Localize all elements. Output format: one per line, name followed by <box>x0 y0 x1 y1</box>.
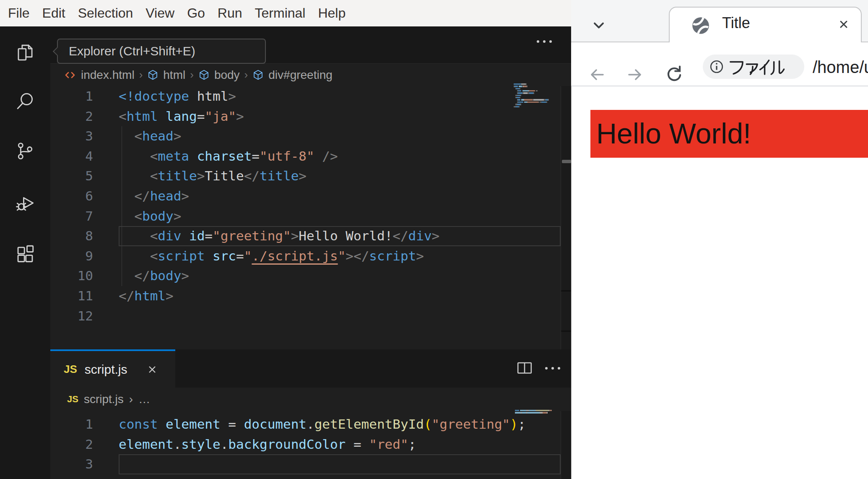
code-line[interactable]: 7 <body> <box>50 206 558 226</box>
globe-favicon <box>690 15 711 38</box>
symbol-cube-icon <box>198 69 210 81</box>
symbol-cube-icon <box>147 69 159 81</box>
html-code[interactable]: 1<!doctype html>2<html lang="ja">3 <head… <box>50 86 558 326</box>
divider <box>561 290 571 292</box>
tab-search-chevron-icon[interactable] <box>590 17 607 34</box>
symbol-cube-icon <box>252 69 264 81</box>
extensions-icon[interactable] <box>15 243 36 264</box>
editor-actions-icon[interactable] <box>537 40 552 43</box>
search-icon[interactable] <box>15 90 36 111</box>
minimap[interactable] <box>515 410 552 422</box>
editor-scrollbar-strip <box>561 86 571 479</box>
page-greeting-div: Hello World! <box>590 110 868 158</box>
browser-tab-title: Title <box>722 14 750 32</box>
menu-item-view[interactable]: View <box>146 5 174 21</box>
js-file-icon: JS <box>67 394 78 405</box>
menu-item-terminal[interactable]: Terminal <box>255 5 306 21</box>
close-icon[interactable] <box>146 363 159 376</box>
code-line[interactable]: 3 <box>50 454 558 474</box>
menu-bar: FileEditSelectionViewGoRunTerminalHelp <box>0 0 571 26</box>
code-line[interactable]: 6 </head> <box>50 186 558 206</box>
code-line[interactable]: 8 <div id="greeting">Hello World!</div> <box>50 226 558 246</box>
menu-item-help[interactable]: Help <box>318 5 346 21</box>
split-editor-icon[interactable] <box>515 359 534 378</box>
code-line[interactable]: 2<html lang="ja"> <box>50 107 558 127</box>
panel-breadcrumb-more[interactable]: … <box>138 393 150 406</box>
breadcrumb-seg-html[interactable]: html <box>163 68 185 82</box>
tab-label: script.js <box>85 362 127 377</box>
run-and-debug-icon[interactable] <box>15 192 36 213</box>
explorer-icon[interactable] <box>15 42 36 63</box>
url-text[interactable]: /home/u <box>813 58 868 77</box>
js-code[interactable]: 1const element = document.getElementById… <box>50 414 558 474</box>
panel-breadcrumb-file[interactable]: script.js <box>84 393 124 406</box>
scrollbar-thumb[interactable] <box>562 160 571 163</box>
menu-item-file[interactable]: File <box>8 5 30 21</box>
code-line[interactable]: 12 <box>50 306 558 326</box>
code-line[interactable]: 4 <meta charset="utf-8" /> <box>50 146 558 167</box>
back-icon[interactable] <box>588 65 606 86</box>
html-file-icon <box>64 69 76 81</box>
code-line[interactable]: 3 <head> <box>50 126 558 146</box>
source-control-icon[interactable] <box>15 141 36 161</box>
screen: FileEditSelectionViewGoRunTerminalHelp i… <box>0 0 868 479</box>
minimap[interactable] <box>514 83 551 113</box>
js-file-icon: JS <box>64 363 77 376</box>
breadcrumb: index.html › html › body › div#greeting <box>50 64 571 86</box>
divider <box>561 331 571 332</box>
menu-item-run[interactable]: Run <box>218 5 242 21</box>
tab-close-icon[interactable] <box>837 18 850 33</box>
code-line[interactable]: 2element.style.backgroundColor = "red"; <box>50 435 558 455</box>
panel-breadcrumb: JS script.js › … <box>50 388 571 411</box>
tooltip-explorer: Explorer (Ctrl+Shift+E) <box>57 39 266 64</box>
code-line[interactable]: 9 <script src="./script.js"></script> <box>50 246 558 266</box>
menu-item-selection[interactable]: Selection <box>78 5 133 21</box>
breadcrumb-seg-div[interactable]: div#greeting <box>268 68 333 82</box>
code-line[interactable]: 10 </body> <box>50 266 558 286</box>
code-line[interactable]: 11</html> <box>50 286 558 306</box>
site-info-chip[interactable] <box>703 55 804 79</box>
code-line[interactable]: 1<!doctype html> <box>50 86 558 107</box>
breadcrumb-file[interactable]: index.html <box>81 68 135 82</box>
code-line[interactable]: 5 <title>Title</title> <box>50 166 558 186</box>
reload-icon[interactable] <box>664 64 684 86</box>
forward-icon[interactable] <box>626 65 644 86</box>
info-icon <box>709 59 725 75</box>
tab-script-js[interactable]: JS script.js <box>50 349 175 388</box>
chip-label-katakana <box>729 58 787 76</box>
more-actions-icon[interactable] <box>545 367 560 370</box>
breadcrumb-seg-body[interactable]: body <box>214 68 240 82</box>
menu-item-edit[interactable]: Edit <box>42 5 65 21</box>
code-line[interactable]: 1const element = document.getElementById… <box>50 414 558 435</box>
menu-item-go[interactable]: Go <box>187 5 205 21</box>
